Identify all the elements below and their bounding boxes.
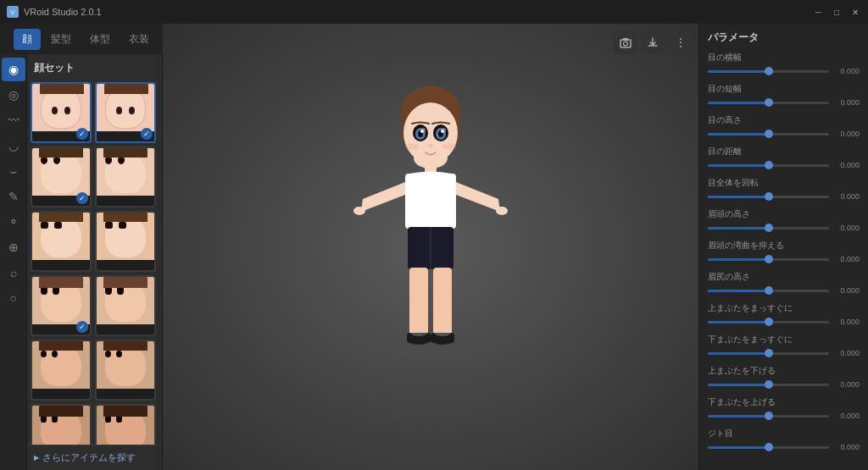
face-check-icon: ✓: [76, 128, 88, 140]
hamburger-menu[interactable]: [7, 30, 10, 47]
param-value: 0.000: [832, 161, 860, 169]
close-button[interactable]: ✕: [849, 6, 861, 18]
toolbar-outline-btn[interactable]: ⚬: [2, 210, 25, 234]
toolbar-add-btn[interactable]: ⊕: [2, 235, 25, 259]
svg-point-23: [353, 207, 365, 215]
export-button[interactable]: [641, 30, 665, 54]
face-card[interactable]: [95, 340, 156, 401]
toolbar-nose-btn[interactable]: ◡: [2, 134, 25, 158]
slider-thumb-11[interactable]: [765, 412, 773, 420]
slider-thumb-2[interactable]: [765, 130, 773, 138]
tab-face[interactable]: 顔: [14, 29, 41, 50]
toolbar-brow-btn[interactable]: 〰: [2, 108, 25, 132]
face-card[interactable]: [95, 211, 156, 272]
slider-thumb-3[interactable]: [765, 161, 773, 169]
param-label: 眉頭の高さ: [708, 208, 860, 220]
main-layout: 顔 髪型 体型 衣装 アクセサリー ルック ◉ ◎ 〰 ◡ ⌣ ✎ ⚬ ⊕ ⌕ …: [0, 24, 868, 470]
param-row: 目の横幅 0.000: [699, 48, 868, 80]
slider-thumb-5[interactable]: [765, 224, 773, 232]
slider-thumb-4[interactable]: [765, 192, 773, 201]
toolbar-mouth-btn[interactable]: ⌣: [2, 159, 25, 183]
panel-header: 顔セット: [27, 54, 162, 79]
param-value: 0.000: [832, 443, 860, 451]
parameters-panel: パラメータ 目の横幅 0.000 目の短幅 0.000 目の高: [698, 24, 868, 470]
tab-clothing[interactable]: 衣装: [120, 29, 158, 50]
param-label: 上まぶたを下げる: [708, 365, 860, 377]
tab-body[interactable]: 体型: [81, 29, 119, 50]
param-label: 目の距離: [708, 146, 860, 158]
svg-point-17: [420, 130, 424, 133]
param-value: 0.000: [832, 380, 860, 389]
param-slider-row: 0.000: [708, 348, 860, 358]
svg-rect-28: [409, 268, 428, 335]
param-value: 0.000: [832, 255, 860, 263]
svg-point-21: [442, 143, 456, 150]
param-label: 眉尻の高さ: [708, 271, 860, 283]
param-row: 下まぶたを上げる 0.000: [699, 393, 868, 424]
face-row: [31, 404, 159, 445]
param-row: 上まぶたをまっすぐに 0.000: [699, 299, 868, 330]
more-items-button[interactable]: ▶ さらにアイテムを探す: [27, 445, 162, 470]
toolbar-circle-btn[interactable]: ○: [2, 286, 25, 310]
maximize-button[interactable]: □: [831, 6, 843, 18]
face-card[interactable]: [95, 404, 156, 445]
face-row: ✓: [31, 82, 159, 143]
param-value: 0.000: [832, 192, 860, 201]
face-row: ✓: [31, 147, 159, 207]
face-label: [32, 260, 90, 272]
face-grid: ✓: [27, 79, 162, 445]
params-header: パラメータ: [699, 24, 868, 48]
3d-viewport[interactable]: ⋮: [163, 24, 698, 470]
face-card[interactable]: [95, 147, 156, 207]
param-slider-row: 0.000: [708, 97, 860, 108]
slider-thumb-7[interactable]: [765, 286, 773, 295]
param-row: ジト目 0.000: [699, 424, 868, 456]
slider-thumb-1[interactable]: [765, 98, 773, 107]
viewport-tools: ⋮: [614, 30, 692, 54]
face-card[interactable]: [95, 275, 156, 336]
params-list: 目の横幅 0.000 目の短幅 0.000 目の高さ: [699, 48, 868, 456]
param-value: 0.000: [832, 318, 860, 326]
app-title: VRoid Studio 2.0.1: [24, 7, 812, 17]
svg-point-20: [405, 143, 419, 150]
param-row: 目の距離 0.000: [699, 142, 868, 174]
toolbar-ear-btn[interactable]: ✎: [2, 185, 25, 208]
face-card[interactable]: ✓: [31, 275, 92, 336]
face-card[interactable]: ✓: [31, 82, 92, 143]
more-options-button[interactable]: ⋮: [668, 30, 692, 54]
face-card[interactable]: [31, 340, 92, 401]
face-check-icon: ✓: [141, 128, 153, 140]
camera-button[interactable]: [614, 30, 637, 54]
param-slider-row: 0.000: [708, 129, 860, 139]
minimize-button[interactable]: ─: [812, 6, 824, 18]
svg-point-18: [441, 130, 444, 133]
param-slider-row: 0.000: [708, 379, 860, 390]
svg-point-35: [434, 329, 451, 336]
param-slider-row: 0.000: [708, 254, 860, 264]
face-card[interactable]: [31, 211, 92, 272]
slider-thumb-10[interactable]: [765, 380, 773, 389]
face-card[interactable]: ✓: [31, 147, 92, 207]
tab-hair[interactable]: 髪型: [42, 29, 80, 50]
slider-thumb-9[interactable]: [765, 349, 773, 357]
slider-thumb-12[interactable]: [765, 443, 773, 451]
left-toolbar: ◉ ◎ 〰 ◡ ⌣ ✎ ⚬ ⊕ ⌕ ○: [0, 54, 27, 470]
param-value: 0.000: [832, 98, 860, 107]
slider-thumb-0[interactable]: [765, 67, 773, 75]
face-card[interactable]: ✓: [95, 82, 156, 143]
toolbar-eye-btn[interactable]: ◎: [2, 83, 25, 107]
title-bar: V VRoid Studio 2.0.1 ─ □ ✕: [0, 0, 868, 24]
param-row: 眉尻の高さ 0.000: [699, 268, 868, 299]
param-value: 0.000: [832, 67, 860, 75]
param-label: 目の高さ: [708, 114, 860, 126]
param-row: 目の短幅 0.000: [699, 80, 868, 111]
svg-point-19: [428, 144, 433, 147]
toolbar-face-btn[interactable]: ◉: [2, 58, 25, 81]
param-slider-row: 0.000: [708, 442, 860, 452]
face-card[interactable]: [31, 404, 92, 445]
slider-thumb-6[interactable]: [765, 255, 773, 263]
param-label: 上まぶたをまっすぐに: [708, 302, 860, 314]
svg-rect-2: [623, 38, 628, 41]
slider-thumb-8[interactable]: [765, 318, 773, 326]
toolbar-search-btn[interactable]: ⌕: [2, 261, 25, 285]
